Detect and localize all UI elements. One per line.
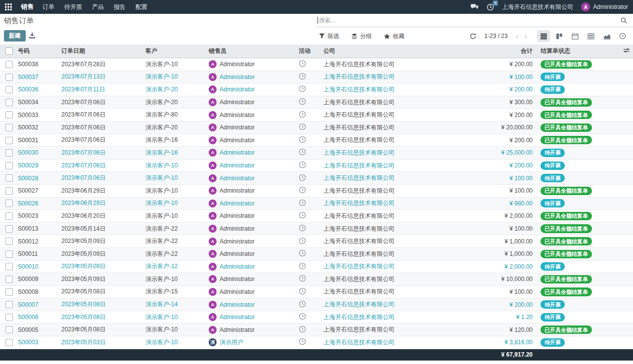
apps-grid-icon[interactable] bbox=[5, 3, 12, 10]
activity-clock-icon[interactable] bbox=[299, 123, 306, 130]
activity-clock-icon[interactable] bbox=[299, 85, 306, 92]
view-graph-icon[interactable] bbox=[600, 30, 613, 42]
row-checkbox[interactable] bbox=[5, 174, 13, 182]
user-menu[interactable]: A Administrator bbox=[581, 2, 628, 11]
row-checkbox[interactable] bbox=[5, 225, 13, 233]
activity-clock-icon[interactable] bbox=[299, 287, 306, 295]
row-checkbox[interactable] bbox=[5, 238, 13, 245]
menu-to-invoice[interactable]: 待开票 bbox=[64, 3, 82, 11]
table-row[interactable]: S00037 2023年07月13日 演示客户-10 A Administrat… bbox=[0, 71, 633, 83]
table-row[interactable]: S00010 2023年05月09日 演示客户-12 A Administrat… bbox=[0, 260, 633, 273]
create-button[interactable]: 新建 bbox=[4, 30, 26, 41]
search-icon[interactable] bbox=[621, 17, 627, 24]
activity-clock-icon[interactable] bbox=[299, 73, 306, 80]
row-checkbox[interactable] bbox=[5, 339, 13, 346]
col-header-salesperson[interactable]: 销售员 bbox=[209, 44, 298, 58]
filters-button[interactable]: 筛选 bbox=[319, 32, 339, 40]
activity-clock-icon[interactable] bbox=[299, 237, 306, 244]
current-app-name[interactable]: 销售 bbox=[21, 2, 34, 11]
activity-clock-icon[interactable] bbox=[299, 249, 306, 257]
col-header-activity[interactable]: 活动 bbox=[298, 44, 323, 58]
company-switcher[interactable]: 上海开石信息技术有限公司 bbox=[502, 3, 573, 11]
activity-clock-icon[interactable] bbox=[299, 224, 306, 232]
table-row[interactable]: S00026 2023年06月29日 演示客户-10 A Administrat… bbox=[0, 197, 633, 210]
col-header-date[interactable]: 订单日期 bbox=[61, 44, 145, 58]
activity-clock-icon[interactable] bbox=[299, 338, 306, 345]
row-checkbox[interactable] bbox=[5, 326, 13, 333]
activity-clock-icon[interactable] bbox=[299, 161, 306, 168]
view-calendar-icon[interactable] bbox=[569, 30, 582, 42]
view-activity-icon[interactable] bbox=[616, 30, 629, 42]
favorites-button[interactable]: 收藏 bbox=[384, 32, 405, 40]
activity-clock-icon[interactable] bbox=[299, 136, 306, 143]
pager-next-icon[interactable]: › bbox=[521, 32, 530, 40]
row-checkbox[interactable] bbox=[5, 137, 13, 144]
table-row[interactable]: S00009 2023年05月09日 演示客户-10 A Administrat… bbox=[0, 273, 633, 286]
table-row[interactable]: S00012 2023年05月09日 演示客户-22 A Administrat… bbox=[0, 235, 633, 248]
activity-clock-icon[interactable] bbox=[299, 262, 306, 270]
view-list-icon[interactable] bbox=[537, 30, 550, 42]
activity-clock-icon[interactable] bbox=[299, 313, 306, 320]
row-checkbox[interactable] bbox=[5, 314, 13, 321]
select-all-checkbox[interactable] bbox=[5, 47, 13, 55]
table-row[interactable]: S00011 2023年05月09日 演示客户-22 A Administrat… bbox=[0, 247, 633, 260]
group-by-button[interactable]: 分组 bbox=[351, 32, 372, 40]
table-row[interactable]: S00038 2023年07月28日 演示客户-10 A Administrat… bbox=[0, 58, 633, 71]
col-header-total[interactable]: 合计 bbox=[478, 44, 538, 58]
table-row[interactable]: S00030 2023年07月06日 演示客户-16 A Administrat… bbox=[0, 147, 633, 160]
col-header-customer[interactable]: 客户 bbox=[145, 44, 209, 58]
table-row[interactable]: S00005 2023年05月08日 演示客户-10 A Administrat… bbox=[0, 324, 633, 336]
row-checkbox[interactable] bbox=[5, 61, 13, 68]
row-checkbox[interactable] bbox=[5, 99, 13, 106]
row-checkbox[interactable] bbox=[5, 263, 13, 270]
table-row[interactable]: S00028 2023年07月06日 演示客户-10 A Administrat… bbox=[0, 172, 633, 185]
table-row[interactable]: S00027 2023年06月29日 演示客户-10 A Administrat… bbox=[0, 184, 633, 197]
row-checkbox[interactable] bbox=[5, 86, 13, 93]
messages-icon[interactable] bbox=[470, 3, 479, 10]
row-checkbox[interactable] bbox=[5, 276, 13, 283]
table-row[interactable]: S00023 2023年06月20日 演示客户-10 A Administrat… bbox=[0, 210, 633, 223]
menu-configuration[interactable]: 配置 bbox=[136, 3, 147, 11]
table-row[interactable]: S00029 2023年07月06日 演示客户-10 A Administrat… bbox=[0, 159, 633, 172]
table-row[interactable]: S00006 2023年05月08日 演示客户-10 A Administrat… bbox=[0, 311, 633, 324]
row-checkbox[interactable] bbox=[5, 200, 13, 207]
activity-clock-icon[interactable] bbox=[299, 60, 306, 67]
menu-orders[interactable]: 订单 bbox=[43, 3, 54, 11]
activity-clock-icon[interactable] bbox=[299, 111, 306, 118]
row-checkbox[interactable] bbox=[5, 301, 13, 308]
activity-clock-icon[interactable] bbox=[299, 148, 306, 156]
menu-products[interactable]: 产品 bbox=[92, 3, 104, 11]
table-row[interactable]: S00034 2023年07月06日 演示客户-20 A Administrat… bbox=[0, 96, 633, 109]
search-input[interactable] bbox=[318, 17, 621, 24]
row-checkbox[interactable] bbox=[5, 74, 13, 81]
optional-columns-icon[interactable] bbox=[623, 47, 630, 55]
view-kanban-icon[interactable] bbox=[553, 30, 566, 42]
activity-clock-icon[interactable] bbox=[299, 174, 306, 181]
row-checkbox[interactable] bbox=[5, 288, 13, 296]
col-header-number[interactable]: 号码 bbox=[18, 44, 61, 58]
activity-clock-icon[interactable] bbox=[299, 98, 306, 105]
activity-clock-icon[interactable] bbox=[299, 199, 306, 206]
row-checkbox[interactable] bbox=[5, 187, 13, 195]
row-checkbox[interactable] bbox=[5, 250, 13, 258]
col-header-status[interactable]: 结算单状态 bbox=[538, 44, 633, 58]
table-row[interactable]: S00013 2023年05月14日 演示客户-22 A Administrat… bbox=[0, 222, 633, 235]
activity-clock-icon[interactable] bbox=[299, 275, 306, 282]
refresh-icon[interactable] bbox=[470, 33, 476, 40]
row-checkbox[interactable] bbox=[5, 124, 13, 131]
col-header-company[interactable]: 公司 bbox=[323, 44, 478, 58]
table-row[interactable]: S00032 2023年07月06日 演示客户-20 A Administrat… bbox=[0, 121, 633, 134]
table-row[interactable]: S00033 2023年07月06日 演示客户-80 A Administrat… bbox=[0, 109, 633, 121]
table-row[interactable]: S00031 2023年07月06日 演示客户-16 A Administrat… bbox=[0, 134, 633, 147]
activity-clock-icon[interactable] bbox=[299, 186, 306, 194]
activity-clock-icon[interactable] bbox=[299, 211, 306, 219]
activity-clock-icon[interactable] bbox=[299, 325, 306, 333]
activities-icon[interactable]: 8 bbox=[487, 3, 494, 11]
menu-reporting[interactable]: 报告 bbox=[114, 3, 126, 11]
row-checkbox[interactable] bbox=[5, 212, 13, 220]
pager-prev-icon[interactable]: ‹ bbox=[513, 32, 522, 40]
table-row[interactable]: S00003 2023年05月03日 演示客户-10 演 演示用户 上海开石信息… bbox=[0, 336, 633, 349]
table-row[interactable]: S00036 2023年07月11日 演示客户-20 A Administrat… bbox=[0, 83, 633, 96]
row-checkbox[interactable] bbox=[5, 162, 13, 169]
view-pivot-icon[interactable] bbox=[585, 30, 597, 42]
